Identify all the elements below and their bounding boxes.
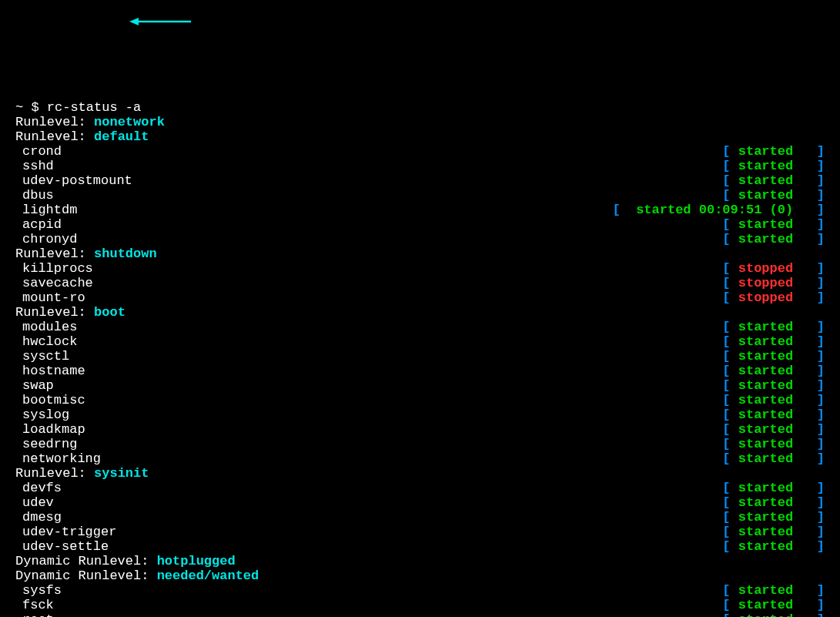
service-status: [ stopped ] bbox=[722, 261, 825, 276]
runlevel-header: Runlevel: sysinit bbox=[15, 466, 825, 481]
service-name: killprocs bbox=[15, 261, 722, 276]
runlevel-header: Dynamic Runlevel: hotplugged bbox=[15, 554, 825, 568]
service-status: [ started ] bbox=[722, 144, 825, 159]
service-status: [ stopped ] bbox=[722, 276, 825, 290]
service-name: root bbox=[15, 612, 722, 617]
service-row: seedrng[ started ] bbox=[15, 437, 825, 451]
service-status: [ started ] bbox=[722, 451, 825, 466]
service-name: syslog bbox=[15, 407, 722, 422]
service-row: syslog[ started ] bbox=[15, 407, 825, 422]
service-row: udev-postmount[ started ] bbox=[15, 173, 825, 188]
service-name: udev-trigger bbox=[15, 525, 722, 539]
runlevel-name: shutdown bbox=[94, 246, 157, 261]
service-name: dbus bbox=[15, 188, 722, 203]
service-status: [ stopped ] bbox=[722, 290, 825, 305]
service-row: fsck[ started ] bbox=[15, 598, 825, 612]
service-row: sshd[ started ] bbox=[15, 159, 825, 173]
service-name: mount-ro bbox=[15, 290, 722, 305]
service-status: [ started ] bbox=[722, 232, 825, 246]
service-name: modules bbox=[15, 320, 722, 334]
service-name: lightdm bbox=[15, 203, 613, 217]
service-status: [ started ] bbox=[722, 539, 825, 554]
service-row: sysctl[ started ] bbox=[15, 349, 825, 364]
service-row: dbus[ started ] bbox=[15, 188, 825, 203]
service-status: [ started ] bbox=[722, 159, 825, 173]
service-status: [ started ] bbox=[722, 510, 825, 525]
service-status: [ started ] bbox=[722, 495, 825, 510]
service-name: acpid bbox=[15, 217, 722, 232]
service-name: savecache bbox=[15, 276, 722, 290]
runlevel-name: nonetwork bbox=[94, 115, 165, 129]
runlevel-name: default bbox=[94, 129, 149, 144]
runlevel-name: hotplugged bbox=[157, 554, 236, 568]
service-status: [ started ] bbox=[722, 525, 825, 539]
service-row: networking[ started ] bbox=[15, 451, 825, 466]
service-row: udev-settle[ started ] bbox=[15, 539, 825, 554]
service-row: bootmisc[ started ] bbox=[15, 393, 825, 407]
service-name: seedrng bbox=[15, 437, 722, 451]
service-status: [ started 00:09:51 (0) ] bbox=[613, 203, 825, 217]
service-name: udev-settle bbox=[15, 539, 722, 554]
service-row: chronyd[ started ] bbox=[15, 232, 825, 246]
service-status: [ started ] bbox=[722, 349, 825, 364]
service-status: [ started ] bbox=[722, 437, 825, 451]
svg-marker-1 bbox=[129, 18, 139, 25]
service-name: hostname bbox=[15, 364, 722, 378]
service-status: [ started ] bbox=[722, 364, 825, 378]
service-status: [ started ] bbox=[722, 598, 825, 612]
service-name: dmesg bbox=[15, 510, 722, 525]
service-row: dmesg[ started ] bbox=[15, 510, 825, 525]
service-name: bootmisc bbox=[15, 393, 722, 407]
runlevel-name: boot bbox=[94, 305, 125, 320]
service-name: udev bbox=[15, 495, 722, 510]
runlevel-header: Runlevel: shutdown bbox=[15, 246, 825, 261]
service-status: [ started ] bbox=[722, 422, 825, 437]
service-row: udev[ started ] bbox=[15, 495, 825, 510]
service-name: hwclock bbox=[15, 334, 722, 349]
service-name: fsck bbox=[15, 598, 722, 612]
service-status: [ started ] bbox=[722, 407, 825, 422]
service-status: [ started ] bbox=[722, 217, 825, 232]
service-status: [ started ] bbox=[722, 583, 825, 598]
service-name: chronyd bbox=[15, 232, 722, 246]
service-name: udev-postmount bbox=[15, 173, 722, 188]
service-status: [ started ] bbox=[722, 320, 825, 334]
service-name: swap bbox=[15, 378, 722, 393]
service-status: [ started ] bbox=[722, 188, 825, 203]
service-row: acpid[ started ] bbox=[15, 217, 825, 232]
service-name: sysctl bbox=[15, 349, 722, 364]
service-row: mount-ro[ stopped ] bbox=[15, 290, 825, 305]
service-status: [ started ] bbox=[722, 334, 825, 349]
service-row: killprocs[ stopped ] bbox=[15, 261, 825, 276]
service-status: [ started ] bbox=[722, 481, 825, 495]
service-row: udev-trigger[ started ] bbox=[15, 525, 825, 539]
service-row: hostname[ started ] bbox=[15, 364, 825, 378]
runlevel-name: needed/wanted bbox=[157, 568, 259, 583]
runlevel-header: Dynamic Runlevel: needed/wanted bbox=[15, 568, 825, 583]
service-name: devfs bbox=[15, 481, 722, 495]
service-name: crond bbox=[15, 144, 722, 159]
runlevel-header: Runlevel: default bbox=[15, 129, 825, 144]
runlevel-header: Runlevel: boot bbox=[15, 305, 825, 320]
service-row: swap[ started ] bbox=[15, 378, 825, 393]
service-name: sysfs bbox=[15, 583, 722, 598]
prompt-line[interactable]: ~ $ rc-status -a bbox=[15, 100, 825, 115]
runlevel-header: Runlevel: nonetwork bbox=[15, 115, 825, 129]
service-status: [ started ] bbox=[722, 173, 825, 188]
service-row: modules[ started ] bbox=[15, 320, 825, 334]
service-name: networking bbox=[15, 451, 722, 466]
service-status: [ started ] bbox=[722, 612, 825, 617]
annotation-arrow-icon bbox=[129, 16, 191, 27]
service-row: sysfs[ started ] bbox=[15, 583, 825, 598]
service-row: crond[ started ] bbox=[15, 144, 825, 159]
service-row: root[ started ] bbox=[15, 612, 825, 617]
service-status: [ started ] bbox=[722, 393, 825, 407]
service-row: savecache[ stopped ] bbox=[15, 276, 825, 290]
service-row: hwclock[ started ] bbox=[15, 334, 825, 349]
runlevel-name: sysinit bbox=[94, 466, 149, 481]
service-row: devfs[ started ] bbox=[15, 481, 825, 495]
terminal-output: ~ $ rc-status -aRunlevel: nonetworkRunle… bbox=[15, 100, 825, 617]
service-name: sshd bbox=[15, 159, 722, 173]
command-text: rc-status -a bbox=[47, 100, 141, 115]
service-status: [ started ] bbox=[722, 378, 825, 393]
